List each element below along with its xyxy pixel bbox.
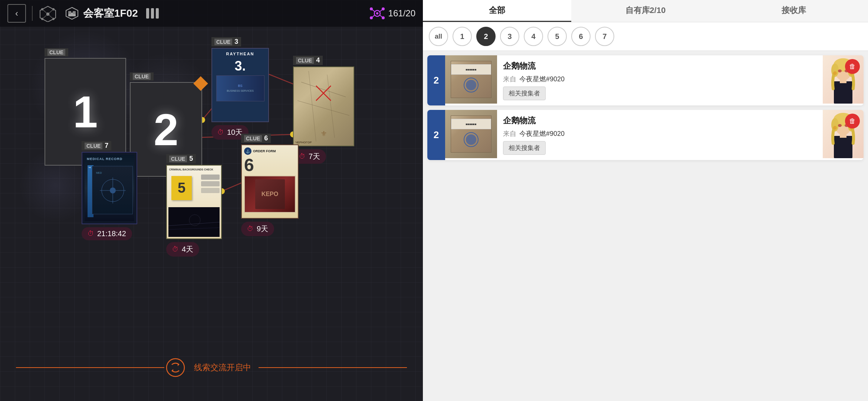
clock-icon-3: ⏱ — [217, 128, 224, 136]
exchange-line-left — [16, 367, 164, 368]
svg-line-32 — [297, 101, 349, 115]
svg-line-34 — [327, 75, 335, 138]
clock-icon-6: ⏱ — [247, 225, 254, 233]
svg-line-6 — [42, 9, 48, 14]
svg-rect-42 — [168, 207, 220, 237]
filter-btn-6[interactable]: 6 — [571, 27, 591, 46]
pkg-image-2: ■■■■■■ — [445, 110, 497, 158]
svg-point-67 — [838, 124, 842, 127]
delete-btn-2[interactable]: 🗑 — [845, 114, 860, 128]
tab-bar: 全部 自有库2/10 接收库 — [423, 0, 868, 22]
topbar-divider — [32, 6, 33, 21]
top-bar: ‹ — [0, 0, 423, 27]
exchange-line-right — [259, 367, 407, 368]
clock-icon-7: ⏱ — [88, 230, 94, 238]
filter-btn-4[interactable]: 4 — [524, 27, 543, 46]
filter-btn-all[interactable]: all — [429, 27, 448, 46]
filter-btn-2[interactable]: 2 — [476, 27, 496, 46]
clue-label-6: CLUE 6 — [241, 134, 271, 143]
svg-rect-13 — [73, 11, 76, 14]
clock-icon-4: ⏱ — [299, 153, 306, 160]
exchange-icon — [164, 356, 187, 379]
svg-point-21 — [370, 16, 373, 19]
clue-label-1: CLUE — [45, 48, 68, 56]
filter-bar: all 1 2 3 4 5 6 7 — [423, 22, 868, 51]
svg-point-22 — [382, 16, 385, 19]
clue-card-7[interactable]: CLUE 7 MEDICAL RECORD 7 MED — [82, 141, 137, 240]
svg-point-69 — [833, 126, 837, 130]
bars-icon — [146, 8, 159, 19]
filter-btn-5[interactable]: 5 — [548, 27, 567, 46]
clue-card-6[interactable]: CLUE 6 ⚓ ORDER FORM 6 KEPO — [241, 134, 299, 236]
back-button[interactable]: ‹ — [7, 4, 26, 23]
pkg-from-value-2: 今夜星燃#9020 — [519, 129, 565, 138]
clue-label-4: CLUE 4 — [293, 56, 323, 65]
clue-label-3: CLUE 3 — [211, 37, 241, 46]
pkg-company-1: 企鹅物流 — [503, 61, 817, 72]
clue-label-7: CLUE 7 — [82, 141, 111, 150]
filter-btn-1[interactable]: 1 — [453, 27, 472, 46]
clue-card-3[interactable]: CLUE 3 RAYTHEAN 3. BSBUSINESS SERVICES ⏱… — [211, 37, 269, 140]
filter-btn-7[interactable]: 7 — [595, 27, 614, 46]
drone-icon — [370, 6, 385, 21]
card-number-2: 2 — [154, 104, 178, 155]
clue-card-4[interactable]: CLUE 4 ЧЕРНОГОР ⚜ — [293, 56, 354, 164]
timer-text-5: 4天 — [182, 244, 193, 254]
svg-line-33 — [309, 71, 316, 141]
svg-point-40 — [110, 188, 116, 193]
svg-point-23 — [376, 12, 378, 14]
top-bar-right: 161/20 — [370, 6, 415, 21]
pkg-num-badge-2: 2 — [427, 110, 445, 160]
exchange-bar: 线索交流开启中 — [0, 356, 423, 379]
pkg-from-label-2: 来自 — [503, 129, 516, 138]
diamond-badge — [193, 76, 208, 91]
pkg-related-btn-2[interactable]: 相关搜集者 — [503, 141, 546, 155]
card-box-7: MEDICAL RECORD 7 MED — [82, 152, 137, 224]
pkg-info-2: 企鹅物流 来自 今夜星燃#9020 相关搜集者 — [497, 110, 823, 160]
clue-card-5[interactable]: CLUE 5 CRIMINAL BACKGROUNDS CHECK 5 — [166, 154, 222, 257]
pkg-company-2: 企鹅物流 — [503, 115, 817, 126]
room-badge: 会客室1F02 — [65, 6, 159, 21]
svg-point-19 — [370, 7, 373, 10]
back-icon: ‹ — [15, 8, 18, 19]
svg-rect-12 — [68, 11, 71, 14]
svg-rect-61 — [834, 136, 852, 158]
package-item-2: 2 ■■■■■■ 企鹅物流 来自 今夜星燃#9020 相关搜集 — [427, 110, 864, 160]
tab-all[interactable]: 全部 — [423, 0, 571, 22]
pkg-seal-2 — [464, 132, 479, 147]
svg-line-7 — [48, 9, 53, 14]
svg-point-58 — [833, 71, 837, 75]
tab-receive[interactable]: 接收库 — [720, 0, 868, 22]
timer-7: ⏱ 21:18:42 — [82, 227, 132, 240]
tab-own[interactable]: 自有库2/10 — [571, 0, 720, 22]
clock-icon-5: ⏱ — [172, 245, 179, 253]
filter-btn-3[interactable]: 3 — [500, 27, 519, 46]
timer-6: ⏱ 9天 — [241, 222, 274, 236]
svg-point-46 — [167, 359, 184, 376]
pkg-related-btn-1[interactable]: 相关搜集者 — [503, 87, 546, 100]
right-panel: 全部 自有库2/10 接收库 all 1 2 3 4 5 6 7 2 ■■■■■… — [423, 0, 868, 401]
pkg-num-badge-1: 2 — [427, 55, 445, 105]
clue-label-5: CLUE 5 — [166, 154, 196, 163]
pkg-box-visual-1: ■■■■■■ — [451, 61, 491, 98]
pkg-label-strip-2: ■■■■■■ — [451, 119, 491, 129]
card-box-4: ЧЕРНОГОР ⚜ — [293, 66, 354, 146]
home-icon-wrap — [39, 5, 57, 22]
delete-icon-2: 🗑 — [849, 117, 856, 125]
package-list: 2 ■■■■■■ 企鹅物流 来自 今夜星燃#9020 — [423, 51, 868, 401]
timer-text-4: 7天 — [309, 151, 320, 162]
card-box-5: CRIMINAL BACKGROUNDS CHECK 5 — [166, 165, 222, 239]
card-box-3: RAYTHEAN 3. BSBUSINESS SERVICES — [211, 48, 269, 122]
svg-point-56 — [838, 69, 842, 72]
room-title: 会客室1F02 — [83, 6, 138, 20]
package-item-1: 2 ■■■■■■ 企鹅物流 来自 今夜星燃#9020 — [427, 55, 864, 105]
card-number-1: 1 — [73, 86, 98, 137]
svg-text:MED: MED — [96, 172, 102, 174]
pkg-from-value-1: 今夜星燃#9020 — [519, 75, 565, 84]
delete-btn-1[interactable]: 🗑 — [845, 59, 860, 74]
card-box-6: ⚓ ORDER FORM 6 KEPO — [241, 144, 299, 219]
exchange-text: 线索交流开启中 — [194, 362, 251, 373]
score-text: 161/20 — [388, 8, 415, 19]
home-icon — [39, 5, 57, 22]
svg-rect-50 — [834, 81, 852, 104]
